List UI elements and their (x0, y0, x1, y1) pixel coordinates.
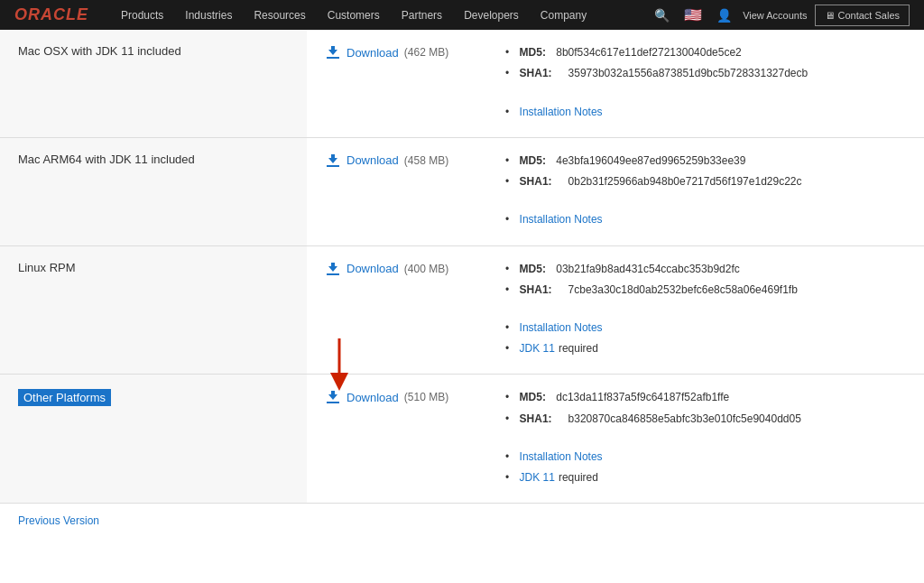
other-platforms-label: Other Platforms (18, 389, 111, 406)
jdk-link[interactable]: JDK 11 (520, 469, 555, 486)
checksums-cell: • MD5: 4e3bfa196049ee87ed9965259b33ee39•… (487, 137, 924, 245)
download-icon (325, 44, 341, 60)
table-row: Mac ARM64 with JDK 11 included Download … (0, 137, 924, 245)
bullet: • (505, 211, 509, 228)
search-icon[interactable]: 🔍 (651, 8, 673, 23)
sha1-line: • SHA1: 0b2b31f25966ab948b0e7217d56f197e… (505, 173, 906, 208)
main-content: Mac OSX with JDK 11 included Download (4… (0, 30, 924, 538)
install-notes-line: • Installation Notes (505, 211, 906, 228)
md5-line: • MD5: 4e3bfa196049ee87ed9965259b33ee39 (505, 153, 906, 170)
md5-line: • MD5: 8b0f534c617e11def272130040de5ce2 (505, 44, 906, 61)
sha1-line: • SHA1: 35973b032a1556a873851d9bc5b72833… (505, 65, 906, 99)
bullet: • (505, 411, 509, 428)
svg-rect-2 (327, 165, 339, 167)
download-cell: Download (510 MB) (307, 375, 487, 504)
download-size: (510 MB) (404, 391, 448, 403)
install-notes-line: • Installation Notes (505, 104, 906, 121)
previous-version-link[interactable]: Previous Version (18, 514, 99, 527)
md5-label: MD5: (520, 44, 546, 61)
sha1-line: • SHA1: 7cbe3a30c18d0ab2532befc6e8c58a06… (505, 282, 906, 316)
download-link[interactable]: Download (458 MB) (325, 153, 469, 169)
bullet: • (505, 173, 509, 190)
svg-marker-9 (328, 391, 337, 400)
download-icon (325, 389, 341, 405)
download-label: Download (346, 391, 399, 404)
download-label: Download (346, 46, 399, 60)
bullet: • (505, 282, 509, 299)
account-icon[interactable]: 👤 (713, 8, 735, 23)
md5-value: 4e3bfa196049ee87ed9965259b33ee39 (556, 153, 745, 170)
download-table: Mac OSX with JDK 11 included Download (4… (0, 30, 924, 504)
bullet: • (505, 44, 509, 61)
product-cell: Mac ARM64 with JDK 11 included (0, 137, 307, 245)
download-link[interactable]: Download (462 MB) (325, 44, 469, 60)
table-row: Mac OSX with JDK 11 included Download (4… (0, 30, 924, 137)
sha1-line: • SHA1: b320870ca846858e5abfc3b3e010fc5e… (505, 411, 906, 445)
md5-label: MD5: (520, 389, 546, 406)
checksums-cell: • MD5: 8b0f534c617e11def272130040de5ce2•… (487, 30, 924, 137)
install-notes-link[interactable]: Installation Notes (520, 211, 603, 228)
download-label: Download (346, 262, 399, 275)
nav-partners[interactable]: Partners (391, 0, 453, 30)
footer-links: Previous Version (0, 504, 924, 538)
install-notes-line: • Installation Notes (505, 449, 906, 466)
product-cell: Linux RPM (0, 245, 307, 375)
svg-marker-5 (328, 263, 337, 272)
sha1-value: b320870ca846858e5abfc3b3e010fc5e9040dd05 (568, 411, 801, 428)
sha1-label: SHA1: (520, 282, 552, 299)
table-row: Other Platforms Download (510 MB)• MD5: … (0, 375, 924, 504)
md5-value: dc13da11f837a5f9c64187f52afb1ffe (556, 389, 729, 406)
jdk-link[interactable]: JDK 11 (520, 340, 555, 357)
contact-icon: 🖥 (825, 10, 835, 21)
table-row: Linux RPM Download (400 MB)• MD5: 03b21f… (0, 245, 924, 375)
download-cell: Download (458 MB) (307, 137, 487, 245)
bullet: • (505, 319, 509, 337)
install-notes-link[interactable]: Installation Notes (520, 449, 603, 466)
svg-rect-0 (327, 57, 339, 59)
download-icon (325, 261, 341, 277)
nav-resources[interactable]: Resources (243, 0, 316, 30)
download-label: Download (346, 153, 399, 167)
md5-label: MD5: (520, 153, 546, 170)
download-size: (462 MB) (404, 46, 448, 59)
install-notes-line: • Installation Notes (505, 319, 906, 337)
sha1-label: SHA1: (520, 411, 552, 428)
bullet: • (505, 261, 509, 278)
nav-links: Products Industries Resources Customers … (110, 0, 651, 30)
sha1-label: SHA1: (520, 173, 552, 190)
nav-right: 🔍 🇺🇸 👤 View Accounts 🖥 Contact Sales (651, 5, 910, 26)
download-cell: Download (400 MB) (307, 245, 487, 375)
download-size: (400 MB) (404, 263, 448, 275)
bullet: • (505, 340, 509, 357)
checksums-cell: • MD5: dc13da11f837a5f9c64187f52afb1ffe•… (487, 375, 924, 504)
md5-value: 03b21fa9b8ad431c54ccabc353b9d2fc (556, 261, 740, 278)
jdk-required-line: • JDK 11 required (505, 340, 906, 357)
install-notes-link[interactable]: Installation Notes (520, 104, 603, 121)
product-cell: Mac OSX with JDK 11 included (0, 30, 307, 137)
bullet: • (505, 469, 509, 486)
oracle-logo[interactable]: ORACLE (14, 5, 88, 24)
download-icon (325, 153, 341, 169)
download-link[interactable]: Download (510 MB) (325, 389, 469, 405)
sha1-value: 0b2b31f25966ab948b0e7217d56f197e1d29c22c (568, 173, 802, 190)
svg-marker-3 (328, 154, 337, 163)
nav-industries[interactable]: Industries (174, 0, 243, 30)
svg-marker-1 (328, 46, 337, 55)
nav-customers[interactable]: Customers (317, 0, 391, 30)
contact-sales-button[interactable]: 🖥 Contact Sales (815, 5, 910, 26)
view-accounts-button[interactable]: View Accounts (743, 10, 807, 21)
nav-developers[interactable]: Developers (453, 0, 530, 30)
product-cell: Other Platforms (0, 375, 307, 504)
bullet: • (505, 449, 509, 466)
jdk-required-line: • JDK 11 required (505, 469, 906, 486)
navbar: ORACLE Products Industries Resources Cus… (0, 0, 924, 30)
sha1-value: 7cbe3a30c18d0ab2532befc6e8c58a06e469f1fb (568, 282, 798, 299)
install-notes-link[interactable]: Installation Notes (520, 319, 603, 337)
download-link[interactable]: Download (400 MB) (325, 261, 469, 277)
language-flag[interactable]: 🇺🇸 (680, 6, 706, 23)
nav-products[interactable]: Products (110, 0, 174, 30)
nav-company[interactable]: Company (530, 0, 597, 30)
download-size: (458 MB) (404, 154, 448, 167)
bullet: • (505, 104, 509, 121)
md5-line: • MD5: 03b21fa9b8ad431c54ccabc353b9d2fc (505, 261, 906, 278)
